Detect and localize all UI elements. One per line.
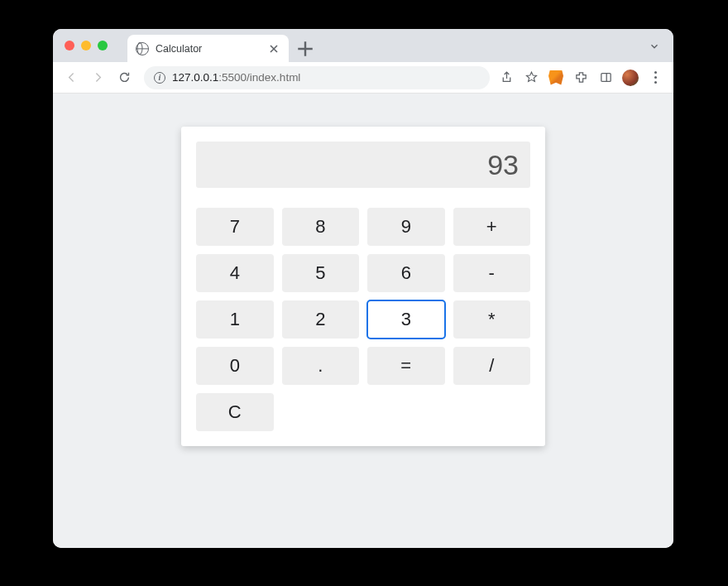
- key-7[interactable]: 7: [196, 208, 274, 246]
- key-8[interactable]: 8: [282, 208, 360, 246]
- calculator-display: 93: [196, 142, 530, 188]
- key-clear[interactable]: C: [196, 393, 274, 431]
- key-4[interactable]: 4: [196, 254, 274, 292]
- calculator-keypad: 7 8 9 + 4 5 6 - 1 2 3 * 0 . = /: [196, 208, 530, 385]
- extensions-icon[interactable]: [572, 70, 589, 86]
- toolbar-actions: [498, 70, 667, 86]
- address-bar[interactable]: i 127.0.0.1:5500/index.html: [144, 66, 490, 89]
- reload-button[interactable]: [113, 66, 136, 89]
- chevron-down-icon[interactable]: [649, 41, 663, 50]
- key-1[interactable]: 1: [196, 300, 274, 339]
- key-6[interactable]: 6: [367, 254, 445, 292]
- key-0[interactable]: 0: [196, 347, 274, 385]
- clear-row: C: [196, 393, 530, 431]
- tab-title: Calculator: [156, 43, 267, 55]
- browser-tab[interactable]: Calculator: [127, 35, 289, 62]
- key-dot[interactable]: .: [282, 347, 360, 385]
- tab-bar: Calculator: [53, 29, 673, 62]
- close-tab-button[interactable]: [267, 42, 280, 55]
- svg-rect-0: [601, 74, 610, 82]
- address-host: 127.0.0.1: [172, 71, 218, 84]
- new-tab-button[interactable]: [294, 37, 317, 60]
- browser-menu-button[interactable]: [647, 70, 663, 86]
- key-5[interactable]: 5: [282, 254, 360, 292]
- key-2[interactable]: 2: [282, 300, 360, 339]
- window-minimize-button[interactable]: [81, 41, 91, 50]
- share-icon[interactable]: [498, 70, 515, 86]
- page-viewport: 93 7 8 9 + 4 5 6 - 1 2 3 * 0 . = / C: [53, 94, 673, 548]
- side-panel-icon[interactable]: [597, 70, 614, 86]
- key-multiply[interactable]: *: [453, 300, 531, 339]
- window-close-button[interactable]: [65, 41, 74, 50]
- site-info-icon[interactable]: i: [154, 72, 165, 84]
- browser-toolbar: i 127.0.0.1:5500/index.html: [53, 62, 673, 94]
- profile-avatar[interactable]: [622, 70, 639, 86]
- extension-metamask-icon[interactable]: [548, 70, 564, 86]
- window-controls: [65, 41, 108, 50]
- key-9[interactable]: 9: [367, 208, 445, 246]
- key-3[interactable]: 3: [367, 300, 445, 339]
- key-minus[interactable]: -: [453, 254, 531, 292]
- back-button[interactable]: [60, 66, 83, 89]
- bookmark-icon[interactable]: [523, 70, 539, 86]
- globe-icon: [136, 42, 149, 55]
- browser-window: Calculator i 127.0.0.1:5500/index.html: [53, 29, 673, 548]
- key-equals[interactable]: =: [367, 347, 445, 385]
- window-fullscreen-button[interactable]: [98, 41, 108, 50]
- address-path: :5500/index.html: [218, 71, 300, 84]
- calculator-app: 93 7 8 9 + 4 5 6 - 1 2 3 * 0 . = / C: [181, 127, 545, 446]
- forward-button[interactable]: [86, 66, 109, 89]
- key-plus[interactable]: +: [453, 208, 531, 246]
- key-divide[interactable]: /: [453, 347, 531, 385]
